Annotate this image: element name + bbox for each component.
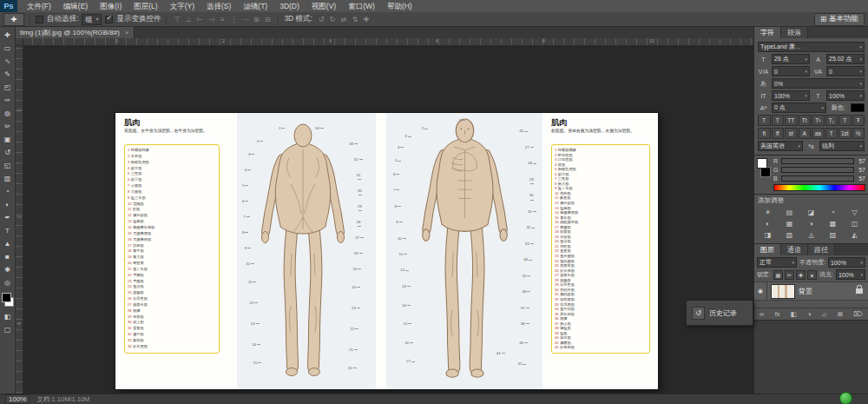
- tab-layers[interactable]: 图层: [754, 244, 781, 255]
- menu-item[interactable]: 图层(L): [128, 0, 163, 12]
- align-icon[interactable]: ⋮: [228, 14, 239, 24]
- adjustment-icon[interactable]: ◔: [822, 207, 844, 218]
- type-style-button[interactable]: Ŧ: [852, 115, 865, 126]
- foreground-color-swatch[interactable]: [757, 158, 767, 169]
- vertical-scale-field[interactable]: 100%: [772, 90, 810, 101]
- document-tab[interactable]: timg (1)副.jpg @ 100%(RGB/8#) ×: [16, 27, 135, 38]
- adjustment-icon[interactable]: ◑: [800, 218, 822, 229]
- tool-button[interactable]: ◰: [1, 81, 15, 94]
- mode-3d-icon[interactable]: ↺: [316, 14, 326, 24]
- align-icon[interactable]: ⊤: [172, 14, 182, 24]
- tool-button[interactable]: ▣: [1, 133, 15, 146]
- leading-dropdown[interactable]: 25.02 点: [826, 54, 865, 64]
- blend-mode-dropdown[interactable]: 正常: [757, 257, 797, 268]
- baseline-field[interactable]: 0 点: [772, 103, 826, 113]
- tab-channels[interactable]: 通道: [781, 244, 808, 255]
- text-color-swatch[interactable]: [851, 103, 865, 112]
- adjustment-icon[interactable]: ◭: [844, 229, 865, 241]
- layers-panel-bottom-icon[interactable]: ⌦: [853, 310, 863, 318]
- align-icon[interactable]: ⋯: [240, 14, 250, 24]
- foreground-color-swatch[interactable]: [2, 293, 11, 302]
- align-icon[interactable]: ⊞: [251, 14, 261, 24]
- tool-button[interactable]: ✚: [1, 29, 15, 42]
- adjustment-icon[interactable]: ◨: [757, 229, 779, 241]
- opentype-feature-button[interactable]: ½: [852, 128, 865, 139]
- kerning-dropdown[interactable]: 0: [772, 66, 810, 76]
- menu-item[interactable]: 选择(S): [201, 0, 237, 12]
- lock-option-icon[interactable]: ▦: [773, 270, 783, 280]
- color-spectrum-bar[interactable]: [773, 184, 865, 191]
- tsume-dropdown[interactable]: 0%: [772, 78, 865, 89]
- menu-item[interactable]: 图像(I): [94, 0, 128, 12]
- adjustment-icon[interactable]: ◫: [844, 218, 865, 229]
- screen-mode-button[interactable]: ▢: [1, 323, 15, 336]
- adjustment-icon[interactable]: ▨: [822, 229, 844, 241]
- close-tab-icon[interactable]: ×: [125, 27, 129, 38]
- align-icon[interactable]: ⊣: [206, 14, 216, 24]
- layers-panel-bottom-icon[interactable]: fx: [775, 310, 780, 318]
- menu-item[interactable]: 编辑(E): [57, 0, 94, 12]
- tab-paragraph[interactable]: 段落: [781, 27, 808, 38]
- channel-slider[interactable]: [781, 176, 854, 182]
- align-icon[interactable]: ≡: [217, 14, 227, 24]
- menu-item[interactable]: 3D(D): [273, 0, 306, 12]
- tool-button[interactable]: ◔: [1, 185, 15, 198]
- tool-button[interactable]: ◎: [1, 276, 15, 289]
- opacity-field[interactable]: 100%: [828, 257, 865, 268]
- menu-item[interactable]: 文件(F): [21, 0, 57, 12]
- align-icon[interactable]: ⊢: [194, 14, 205, 24]
- lock-option-icon[interactable]: ∎: [807, 270, 817, 280]
- menu-item[interactable]: 滤镜(T): [237, 0, 273, 12]
- canvas-viewport[interactable]: 肌肉 背面观。左半身为浅层肌，右半身为深层肌。 肌肉 前面观。身体右侧为浅层肌，…: [23, 45, 753, 394]
- color-panel-swatches[interactable]: [757, 158, 771, 177]
- opentype-feature-button[interactable]: T: [825, 128, 838, 139]
- menu-item[interactable]: 文字(Y): [164, 0, 201, 12]
- type-style-button[interactable]: TT: [785, 115, 798, 126]
- tool-button[interactable]: ◍: [1, 107, 15, 120]
- mode-3d-icon[interactable]: ⇅: [350, 14, 360, 24]
- tracking-dropdown[interactable]: 0: [826, 66, 865, 76]
- current-tool-icon[interactable]: ✚: [3, 13, 24, 26]
- language-dropdown[interactable]: 美国英语: [758, 141, 803, 151]
- layers-panel-bottom-icon[interactable]: ◧: [791, 310, 797, 318]
- quick-mask-button[interactable]: ◧: [1, 310, 15, 323]
- adjustment-icon[interactable]: ☀: [757, 207, 779, 218]
- align-icon[interactable]: ⊥: [183, 14, 194, 24]
- tool-button[interactable]: ▥: [1, 172, 15, 185]
- tool-button[interactable]: ∿: [1, 55, 15, 68]
- antialias-dropdown[interactable]: 锐利: [819, 141, 865, 151]
- lock-option-icon[interactable]: ✏: [785, 270, 794, 280]
- show-transform-checkbox[interactable]: [105, 16, 113, 23]
- type-style-button[interactable]: T¹: [812, 115, 825, 126]
- tool-button[interactable]: ▲: [1, 237, 15, 250]
- lock-option-icon[interactable]: ✚: [796, 270, 806, 280]
- adjustment-icon[interactable]: ▧: [779, 229, 800, 241]
- tool-button[interactable]: ↺: [1, 146, 15, 159]
- channel-slider[interactable]: [781, 158, 854, 164]
- tool-button[interactable]: ▭: [1, 42, 15, 55]
- tray-status-icon[interactable]: [839, 392, 852, 404]
- menu-item[interactable]: 视图(V): [306, 0, 342, 12]
- menu-item[interactable]: 窗口(W): [342, 0, 381, 12]
- font-family-dropdown[interactable]: TypeLand 康…: [758, 42, 865, 52]
- opentype-feature-button[interactable]: A: [799, 128, 812, 139]
- opentype-feature-button[interactable]: aa: [812, 128, 825, 139]
- type-style-button[interactable]: T₁: [825, 115, 838, 126]
- menu-item[interactable]: 帮助(H): [381, 0, 418, 12]
- tool-button[interactable]: ■: [1, 250, 15, 263]
- horizontal-scale-field[interactable]: 100%: [826, 90, 865, 101]
- adjustment-icon[interactable]: ◬: [800, 229, 822, 241]
- tool-button[interactable]: ✱: [1, 263, 15, 276]
- tool-button[interactable]: ✏: [1, 120, 15, 133]
- type-style-button[interactable]: T: [758, 115, 771, 126]
- layer-visibility-eye-icon[interactable]: ◉: [754, 282, 767, 300]
- align-icon[interactable]: ⊟: [262, 14, 273, 24]
- adjustment-icon[interactable]: ▽: [844, 207, 865, 218]
- tool-button[interactable]: ◱: [1, 159, 15, 172]
- type-style-button[interactable]: T: [838, 115, 852, 126]
- font-size-dropdown[interactable]: 26 点: [772, 54, 810, 64]
- channel-slider[interactable]: [781, 167, 854, 173]
- auto-select-checkbox[interactable]: [36, 16, 43, 23]
- adjustment-icon[interactable]: ◐: [757, 218, 779, 229]
- adjustment-icon[interactable]: ▦: [779, 218, 800, 229]
